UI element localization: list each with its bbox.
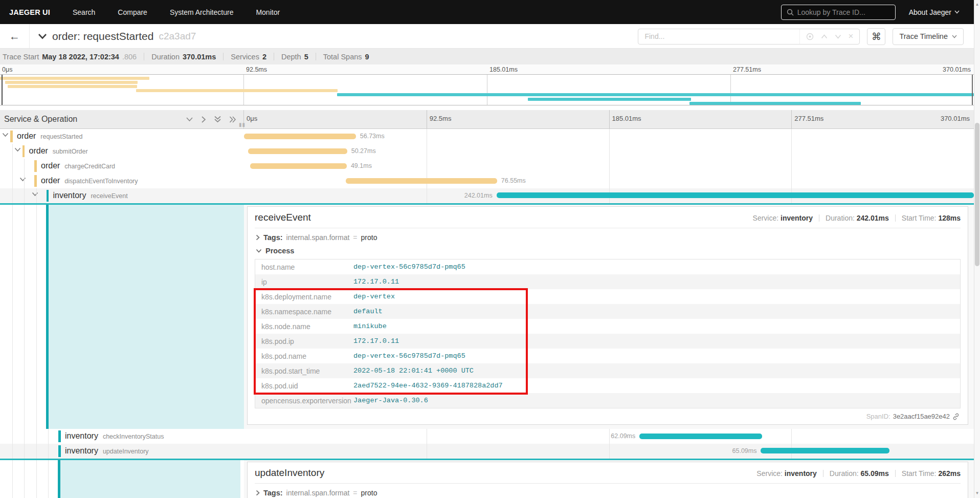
trace-start: Trace StartMay 18 2022, 17:02:34.806: [3, 53, 137, 61]
minimap-right-scrubber[interactable]: [972, 75, 973, 105]
indent-guide: [12, 205, 13, 429]
process-row[interactable]: k8s.pod.uid2aed7522-94ee-4632-9369-41878…: [255, 378, 960, 393]
process-key: k8s.pod.start_time: [255, 367, 353, 375]
process-value: dep-vertex-56c9785d7d-pmq65: [353, 263, 465, 271]
span-row-chargeCreditCard[interactable]: orderchargeCreditCard 49.1ms: [0, 159, 974, 174]
span-row-dispatchEventToInventory[interactable]: orderdispatchEventToInventory 76.55ms: [0, 174, 974, 188]
process-row[interactable]: k8s.pod.namedep-vertex-56c9785d7d-pmq65: [255, 349, 960, 363]
span-operation: dispatchEventToInventory: [64, 178, 138, 185]
process-accordion[interactable]: Process: [256, 247, 961, 255]
chevron-down-icon[interactable]: [2, 133, 10, 140]
process-key: host.name: [255, 263, 353, 271]
process-key: ip: [255, 278, 353, 286]
keyboard-shortcuts-button[interactable]: ⌘: [867, 28, 885, 45]
indent-guide: [48, 460, 49, 498]
scroll-up-arrow[interactable]: ▲: [974, 1, 980, 8]
scrollbar-thumb[interactable]: [975, 123, 979, 266]
expand-all-icon[interactable]: [229, 116, 236, 123]
span-bar[interactable]: [250, 163, 347, 169]
indent-guide: [24, 460, 25, 498]
chevron-down-icon[interactable]: [14, 147, 22, 155]
indent-guide: [36, 188, 37, 203]
span-bar[interactable]: [248, 148, 347, 154]
minimap-span-bar: [689, 102, 861, 105]
minimap-canvas[interactable]: [0, 74, 974, 105]
span-service: inventory: [65, 446, 98, 455]
process-value: 2aed7522-94ee-4632-9369-4187828a2dd7: [353, 382, 503, 389]
indent-guide: [36, 429, 37, 444]
chevron-down-icon[interactable]: [19, 177, 27, 185]
indent-guide: [24, 429, 25, 444]
nav-item-monitor[interactable]: Monitor: [256, 8, 280, 16]
process-row[interactable]: opencensus.exporterversionJaeger-Java-0.…: [255, 393, 960, 408]
nav-item-system-architecture[interactable]: System Architecture: [170, 8, 234, 16]
minimap-span-bar: [337, 93, 974, 96]
minimap-left-scrubber[interactable]: [2, 75, 3, 105]
span-bar[interactable]: [639, 434, 762, 439]
back-button[interactable]: ←: [0, 24, 30, 48]
indent-guide: [12, 144, 13, 159]
span-service: inventory: [65, 431, 98, 440]
process-table-body: host.namedep-vertex-56c9785d7d-pmq65ip17…: [255, 259, 960, 408]
collapse-one-icon[interactable]: [186, 117, 193, 122]
collapse-all-icon[interactable]: [214, 116, 221, 123]
indent-guide: [24, 444, 25, 459]
span-row-requestStarted[interactable]: orderrequestStarted 56.73ms: [0, 129, 974, 144]
trace-minimap[interactable]: 0μs 92.5ms 185.01ms 277.51ms 370.01ms: [0, 64, 974, 106]
span-operation: requestStarted: [40, 133, 82, 140]
vertical-scrollbar[interactable]: ▲ ▼: [974, 0, 980, 498]
process-row[interactable]: host.namedep-vertex-56c9785d7d-pmq65: [255, 259, 960, 274]
trace-duration: Duration370.01ms: [151, 53, 216, 61]
trace-id-short: c2a3ad7: [159, 31, 196, 42]
span-row-checkInventoryStatus[interactable]: inventorycheckInventoryStatus 62.09ms: [0, 429, 974, 444]
clear-find-icon[interactable]: ×: [849, 31, 854, 41]
nav-item-compare[interactable]: Compare: [118, 8, 147, 16]
process-value: 172.17.0.11: [353, 337, 399, 345]
match-highlight-icon[interactable]: [806, 33, 814, 40]
nav-item-search[interactable]: Search: [73, 8, 95, 16]
tags-accordion[interactable]: Tags: internal.span.format = proto: [256, 233, 961, 242]
chevron-right-icon: [256, 490, 260, 496]
indent-guide: [36, 205, 37, 429]
process-row[interactable]: k8s.pod.ip172.17.0.11: [255, 334, 960, 349]
process-key: k8s.deployment.name: [255, 293, 353, 301]
scroll-down-arrow[interactable]: ▼: [974, 490, 980, 497]
span-bar[interactable]: [761, 448, 889, 453]
span-service: order: [41, 176, 60, 185]
minimap-span-bar: [5, 81, 138, 84]
span-bar[interactable]: [497, 192, 974, 198]
process-row[interactable]: ip172.17.0.11: [255, 274, 960, 289]
process-row[interactable]: k8s.pod.start_time2022-05-18 22:01:41 +0…: [255, 363, 960, 378]
chevron-down-icon: [256, 249, 262, 253]
minimap-span-bar: [528, 98, 692, 101]
indent-guide: [24, 188, 25, 203]
jaeger-trace-page: JAEGER UI Search Compare System Architec…: [0, 0, 980, 498]
span-bar[interactable]: [244, 134, 356, 139]
span-detail-card: updateInventory Service: inventory Durat…: [247, 462, 968, 498]
span-bar[interactable]: [346, 178, 497, 184]
next-match-icon[interactable]: [835, 34, 841, 39]
span-service: inventory: [53, 191, 86, 200]
back-arrow-icon: ←: [9, 30, 20, 42]
link-icon[interactable]: [952, 413, 960, 420]
about-jaeger-menu[interactable]: About Jaeger: [909, 8, 960, 16]
process-row[interactable]: k8s.namespace.namedefault: [255, 304, 960, 319]
indent-guide: [12, 460, 13, 498]
tags-accordion[interactable]: Tags: internal.span.format = proto: [256, 489, 961, 497]
span-row-updateInventory[interactable]: inventoryupdateInventory 65.09ms: [0, 444, 974, 460]
span-detail-updateInventory: updateInventory Service: inventory Durat…: [0, 460, 974, 498]
expand-one-icon[interactable]: [201, 116, 206, 123]
indent-guide: [12, 188, 13, 203]
collapse-trace-chevron[interactable]: [38, 33, 47, 39]
indent-guide: [12, 159, 13, 174]
find-input[interactable]: Find... ×: [638, 29, 860, 45]
trace-id-lookup-input[interactable]: Lookup by Trace ID...: [781, 5, 896, 20]
app-logo[interactable]: JAEGER UI: [9, 8, 50, 16]
span-row-submitOrder[interactable]: ordersubmitOrder 50.27ms: [0, 144, 974, 159]
process-row[interactable]: k8s.deployment.namedep-vertex: [255, 289, 960, 304]
prev-match-icon[interactable]: [821, 34, 828, 39]
span-row-receiveEvent[interactable]: inventoryreceiveEvent 242.01ms: [0, 188, 974, 205]
chevron-down-icon[interactable]: [32, 192, 39, 200]
trace-view-selector[interactable]: Trace Timeline: [893, 28, 964, 45]
process-row[interactable]: k8s.node.nameminikube: [255, 319, 960, 334]
